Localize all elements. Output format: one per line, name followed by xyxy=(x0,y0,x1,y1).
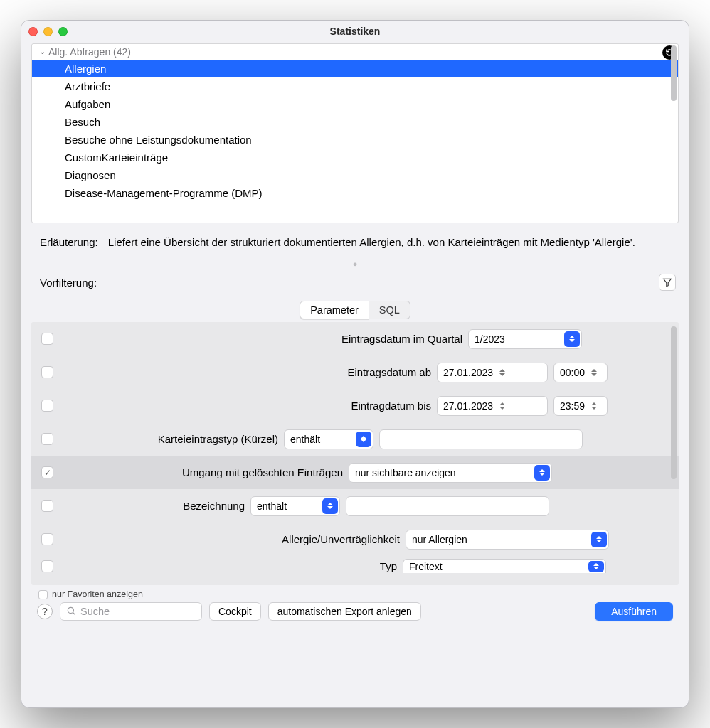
search-input[interactable]: Suche xyxy=(60,602,202,621)
svg-line-2 xyxy=(73,612,75,614)
tree-item[interactable]: CustomKarteieinträge xyxy=(32,149,678,166)
param-row-allergie: Allergie/Unverträglichkeit nur Allergien xyxy=(31,523,679,556)
svg-marker-0 xyxy=(664,279,672,287)
favorites-label: nur Favoriten anzeigen xyxy=(52,589,143,599)
run-button[interactable]: Ausführen xyxy=(595,602,673,621)
dropdown-icon xyxy=(322,498,338,514)
param-row-bezeichnung: Bezeichnung enthält xyxy=(31,489,679,523)
param-label: Eintragsdatum im Quartal xyxy=(63,333,462,345)
tree-item[interactable]: Disease-Management-Programme (DMP) xyxy=(32,184,678,202)
time-to-input[interactable]: 23:59 xyxy=(553,396,608,416)
dropdown-icon xyxy=(534,465,550,481)
tree-item[interactable]: Besuche ohne Leistungsdokumentation xyxy=(32,131,678,149)
tree-group-label: Allg. Abfragen (42) xyxy=(48,46,131,58)
allergie-select[interactable]: nur Allergien xyxy=(406,530,609,550)
tree-item[interactable]: Besuch xyxy=(32,113,678,131)
cockpit-button[interactable]: Cockpit xyxy=(209,602,261,621)
typ-select[interactable]: Freitext xyxy=(403,559,606,573)
operator-select[interactable]: enthält xyxy=(284,429,373,449)
tree-item[interactable]: Diagnosen xyxy=(32,166,678,184)
select-value: 1/2023 xyxy=(475,333,505,345)
tree-group-header[interactable]: ⌄ Allg. Abfragen (42) xyxy=(32,44,678,60)
bottom-bar: nur Favoriten anzeigen ? Suche Cockpit a… xyxy=(28,585,682,628)
param-label: Eintragsdatum ab xyxy=(63,366,431,378)
prefilter-label: Vorfilterung: xyxy=(40,277,97,289)
content: ⌄ Allg. Abfragen (42) Allergien Arztbrie… xyxy=(21,42,689,707)
date-to-input[interactable]: 27.01.2023 xyxy=(437,396,548,416)
tab-sql[interactable]: SQL xyxy=(369,301,410,319)
bezeichnung-input[interactable] xyxy=(346,496,549,516)
param-label: Karteieintragstyp (Kürzel) xyxy=(63,433,278,445)
param-label: Eintragdatum bis xyxy=(63,400,431,412)
param-checkbox[interactable] xyxy=(41,366,53,378)
param-row-typ: Typ Freitext xyxy=(31,556,679,576)
param-checkbox[interactable] xyxy=(41,533,53,545)
operator-select[interactable]: enthält xyxy=(250,496,340,516)
param-label: Umgang mit gelöschten Einträgen xyxy=(63,466,343,478)
filter-icon[interactable] xyxy=(659,274,676,291)
param-row-quartal: Eintragsdatum im Quartal 1/2023 xyxy=(31,322,679,355)
dropdown-icon xyxy=(591,532,607,547)
query-tree[interactable]: ⌄ Allg. Abfragen (42) Allergien Arztbrie… xyxy=(31,43,679,223)
param-checkbox[interactable] xyxy=(41,560,53,572)
quartal-select[interactable]: 1/2023 xyxy=(468,329,582,349)
action-row: ? Suche Cockpit automatischen Export anl… xyxy=(37,602,673,621)
param-label: Allergie/Unverträglichkeit xyxy=(63,533,400,545)
search-icon xyxy=(66,606,76,618)
param-row-entrytype: Karteieintragstyp (Kürzel) enthält xyxy=(31,422,679,456)
chevron-down-icon: ⌄ xyxy=(39,47,46,56)
parameter-panel: Eintragsdatum im Quartal 1/2023 Eintrags… xyxy=(31,322,679,585)
date-from-input[interactable]: 27.01.2023 xyxy=(437,363,548,382)
favorites-checkbox[interactable] xyxy=(38,590,48,599)
dropdown-icon xyxy=(564,331,580,347)
svg-point-1 xyxy=(68,607,73,613)
search-placeholder: Suche xyxy=(80,606,110,617)
tree-item[interactable]: Arztbriefe xyxy=(32,77,678,95)
prefilter-row: Vorfilterung: xyxy=(28,272,682,301)
window-title: Statistiken xyxy=(21,26,689,37)
window: Statistiken ⌄ Allg. Abfragen (42) Allerg… xyxy=(21,20,689,708)
param-row-deleted: Umgang mit gelöschten Einträgen nur sich… xyxy=(31,456,679,489)
param-checkbox[interactable] xyxy=(41,400,53,412)
param-row-date-to: Eintragdatum bis 27.01.2023 23:59 xyxy=(31,389,679,422)
tree-item[interactable]: Allergien xyxy=(32,60,678,77)
titlebar: Statistiken xyxy=(21,21,689,42)
param-checkbox[interactable] xyxy=(41,500,53,512)
explanation-text: Liefert eine Übersicht der strukturiert … xyxy=(108,236,635,248)
param-checkbox[interactable] xyxy=(41,433,53,445)
explanation-label: Erläuterung: xyxy=(40,236,98,248)
entrytype-input[interactable] xyxy=(379,429,583,449)
deleted-select[interactable]: nur sichtbare anzeigen xyxy=(349,463,552,483)
params-scrollbar[interactable] xyxy=(671,326,677,479)
tree-item[interactable]: Aufgaben xyxy=(32,95,678,113)
help-button[interactable]: ? xyxy=(37,604,53,619)
dropdown-icon xyxy=(588,561,604,572)
tree-scrollbar[interactable] xyxy=(671,46,677,101)
explanation-row: Erläuterung: Liefert eine Übersicht der … xyxy=(28,223,682,258)
divider-dot: ● xyxy=(28,259,682,268)
param-tabs: Parameter SQL xyxy=(28,301,682,319)
tab-parameter[interactable]: Parameter xyxy=(300,301,369,319)
param-checkbox[interactable] xyxy=(41,333,53,345)
param-label: Bezeichnung xyxy=(63,500,245,512)
favorites-row: nur Favoriten anzeigen xyxy=(38,589,673,599)
param-label: Typ xyxy=(63,560,397,572)
dropdown-icon xyxy=(356,432,371,447)
time-from-input[interactable]: 00:00 xyxy=(553,363,608,382)
param-checkbox[interactable] xyxy=(41,466,53,478)
auto-export-button[interactable]: automatischen Export anlegen xyxy=(268,602,421,621)
param-row-date-from: Eintragsdatum ab 27.01.2023 00:00 xyxy=(31,355,679,389)
